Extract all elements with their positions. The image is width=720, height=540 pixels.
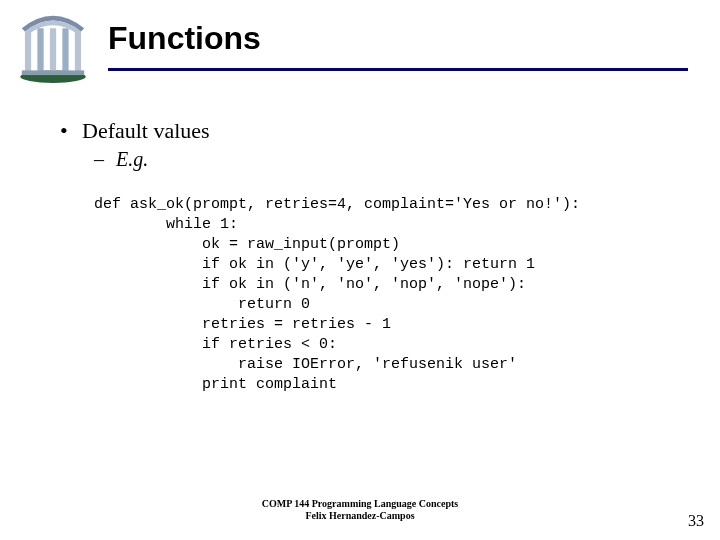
bullet-level-2: –E.g. — [94, 148, 148, 171]
page-number: 33 — [688, 512, 704, 530]
svg-rect-3 — [50, 28, 56, 73]
svg-rect-6 — [22, 70, 84, 75]
svg-rect-2 — [37, 28, 43, 73]
bullet-dot-icon: • — [60, 118, 82, 144]
bullet-2-text: E.g. — [116, 148, 148, 170]
code-block: def ask_ok(prompt, retries=4, complaint=… — [94, 195, 580, 395]
unc-well-logo — [14, 8, 92, 86]
bullet-1-text: Default values — [82, 118, 210, 143]
title-underline — [108, 68, 688, 71]
svg-rect-1 — [25, 28, 31, 73]
bullet-level-1: •Default values — [60, 118, 210, 144]
footer-line-2: Felix Hernandez-Campos — [305, 510, 414, 521]
footer-line-1: COMP 144 Programming Language Concepts — [262, 498, 458, 509]
svg-rect-5 — [75, 28, 81, 73]
slide-footer: COMP 144 Programming Language Concepts F… — [0, 498, 720, 522]
bullet-dash-icon: – — [94, 148, 116, 171]
slide-title: Functions — [108, 20, 261, 57]
svg-rect-4 — [62, 28, 68, 73]
